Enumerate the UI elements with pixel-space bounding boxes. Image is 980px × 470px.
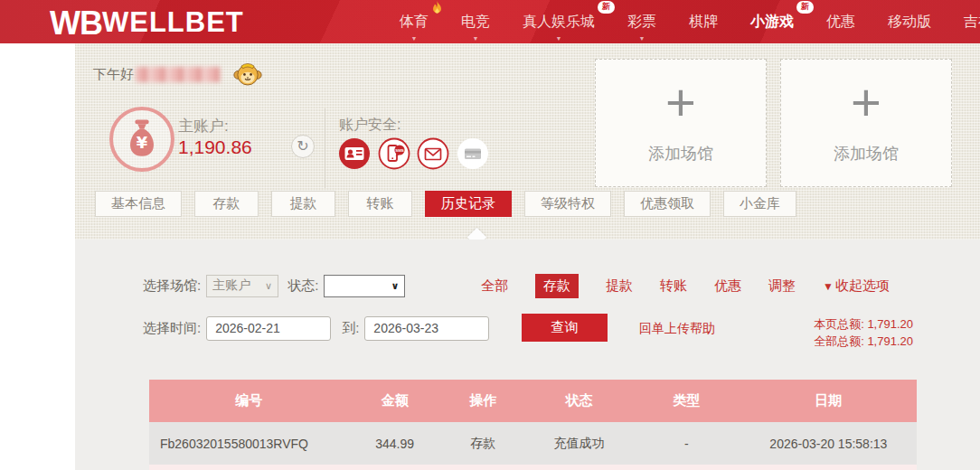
table-header-row: 编号 金额 操作 状态 类型 日期 (149, 380, 917, 422)
header-id: 编号 (149, 380, 349, 422)
type-link-adjust[interactable]: 调整 (768, 277, 796, 295)
tab-vault[interactable]: 小金库 (723, 191, 796, 217)
fire-icon (431, 1, 443, 15)
username-blurred (136, 67, 221, 82)
plus-icon: + (596, 76, 766, 128)
svg-text:¥: ¥ (137, 133, 148, 152)
greeting-text: 下午好 (93, 66, 134, 83)
chevron-down-icon: ∨ (391, 280, 399, 292)
top-navbar: WBWELLBET 体育 ▼ 电竞 ▼ 真人娱乐城 新 ▼ 彩票 ▼ 棋牌 小游… (0, 0, 980, 43)
nav-item-esports[interactable]: 电竞 ▼ (445, 0, 506, 43)
header-status: 状态 (525, 380, 633, 422)
cell-operation: 存款 (441, 422, 525, 465)
tab-promo-claim[interactable]: 优惠领取 (624, 191, 711, 217)
tab-basic-info[interactable]: 基本信息 (95, 191, 182, 217)
table-row: Fb26032015580013RVFQ 344.99 存款 充值成功 - 20… (149, 422, 917, 465)
bank-card-icon[interactable] (457, 137, 489, 170)
type-link-deposit[interactable]: 存款 (535, 274, 579, 298)
collapse-options-label: 收起选项 (835, 277, 890, 293)
header-date: 日期 (740, 380, 917, 422)
header-amount: 金额 (349, 380, 441, 422)
main-menu: 体育 ▼ 电竞 ▼ 真人娱乐城 新 ▼ 彩票 ▼ 棋牌 小游戏 新 优惠 (383, 0, 980, 43)
nav-item-board-games[interactable]: 棋牌 (673, 0, 734, 43)
nav-item-live-casino[interactable]: 真人娱乐城 新 ▼ (506, 0, 611, 43)
all-total-label: 全部总额: (814, 334, 864, 348)
cell-transaction-id: Fb26032015580013RVFQ (149, 422, 349, 465)
add-venue-box[interactable]: + 添加场馆 (780, 59, 952, 187)
tab-transfer[interactable]: 转账 (348, 191, 412, 217)
nav-item-sports[interactable]: 体育 ▼ (383, 0, 445, 43)
nav-item-label: 小游戏 (750, 13, 794, 32)
phone-sms-icon[interactable]: SMS (378, 137, 410, 170)
type-link-withdraw[interactable]: 提款 (606, 277, 633, 295)
email-icon[interactable] (417, 137, 449, 170)
nav-item-mini-games[interactable]: 小游戏 新 (734, 0, 810, 43)
venue-select-label: 选择场馆: (143, 277, 201, 295)
page-total-value: 1,791.20 (867, 317, 913, 331)
date-from-input[interactable] (206, 316, 331, 341)
next-row-partial (149, 465, 917, 470)
divider (325, 108, 325, 188)
nav-item-label: 真人娱乐城 (523, 13, 595, 32)
venue-select-value: 主账户 (212, 277, 250, 294)
nav-item-label: 吉祥 (964, 13, 980, 32)
account-panel: 下午好 ¥ 主账户: 1,190.86 ↻ 账户安全: (75, 43, 980, 240)
venue-select[interactable]: 主账户 ∨ (206, 275, 278, 297)
account-tabs: 基本信息 存款 提款 转账 历史记录 等级特权 优惠领取 小金库 (95, 191, 796, 217)
add-venue-label: 添加场馆 (596, 143, 766, 164)
all-total-line: 全部总额: 1,791.20 (814, 333, 913, 350)
account-security-label: 账户安全: (339, 116, 400, 135)
date-to-input[interactable] (364, 316, 489, 341)
nav-item-mobile[interactable]: 移动版 (872, 0, 947, 43)
chevron-down-icon: ▼ (639, 35, 645, 42)
tab-deposit[interactable]: 存款 (194, 191, 259, 217)
nav-item-label: 彩票 (627, 13, 656, 32)
monkey-avatar (233, 60, 262, 89)
header-type: 类型 (633, 380, 740, 422)
account-balance: 1,190.86 (178, 136, 252, 158)
nav-item-lottery[interactable]: 彩票 ▼ (611, 0, 673, 43)
tab-history[interactable]: 历史记录 (425, 191, 512, 217)
add-venue-box[interactable]: + 添加场馆 (595, 59, 767, 187)
nav-item-label: 移动版 (888, 13, 931, 32)
plus-icon: + (781, 76, 951, 128)
main-account-label: 主账户: (178, 116, 229, 136)
status-select-label: 状态: (287, 277, 318, 295)
id-card-icon[interactable] (338, 137, 371, 170)
collapse-options-link[interactable]: ▼收起选项 (823, 277, 890, 295)
nav-item-label: 优惠 (826, 13, 855, 32)
logo-wordmark: WELLBET (102, 6, 244, 38)
svg-text:SMS: SMS (395, 148, 404, 153)
page-total-line: 本页总额: 1,791.20 (814, 315, 913, 333)
filter-row-dates: 选择时间: 到: (143, 315, 489, 341)
type-link-promo[interactable]: 优惠 (714, 277, 741, 295)
nav-item-label: 棋牌 (689, 13, 718, 32)
caret-down-icon: ▼ (823, 280, 834, 293)
nav-item-label: 体育 (400, 13, 429, 32)
chevron-down-icon: ▼ (556, 35, 562, 42)
time-select-label: 选择时间: (143, 320, 201, 337)
refresh-balance-button[interactable]: ↻ (291, 135, 315, 158)
add-venue-label: 添加场馆 (781, 143, 951, 164)
cell-amount: 344.99 (349, 422, 441, 465)
page-total-label: 本页总额: (814, 317, 864, 331)
nav-item-promotions[interactable]: 优惠 (810, 0, 872, 43)
type-link-all[interactable]: 全部 (481, 277, 508, 295)
receipt-upload-help-link[interactable]: 回单上传帮助 (639, 321, 715, 337)
tab-vip-privileges[interactable]: 等级特权 (524, 191, 611, 217)
filter-row-venue-status: 选择场馆: 主账户 ∨ 状态: ∨ (143, 273, 405, 298)
tab-withdraw[interactable]: 提款 (271, 191, 335, 217)
search-button[interactable]: 查询 (522, 314, 608, 342)
nav-item-jixiang[interactable]: 吉祥 (947, 0, 980, 43)
to-label: 到: (342, 320, 359, 337)
cell-type: - (633, 422, 740, 465)
nav-item-label: 电竞 (461, 13, 490, 32)
header-operation: 操作 (441, 380, 525, 422)
wellbet-logo[interactable]: WBWELLBET (50, 5, 244, 42)
chevron-down-icon: ▼ (411, 35, 418, 42)
type-filter-links: 全部 存款 提款 转账 优惠 调整 ▼收起选项 (481, 273, 890, 298)
type-link-transfer[interactable]: 转账 (660, 277, 687, 295)
cell-status: 充值成功 (525, 422, 633, 465)
money-bag-icon: ¥ (109, 107, 174, 172)
status-select[interactable]: ∨ (324, 275, 405, 297)
